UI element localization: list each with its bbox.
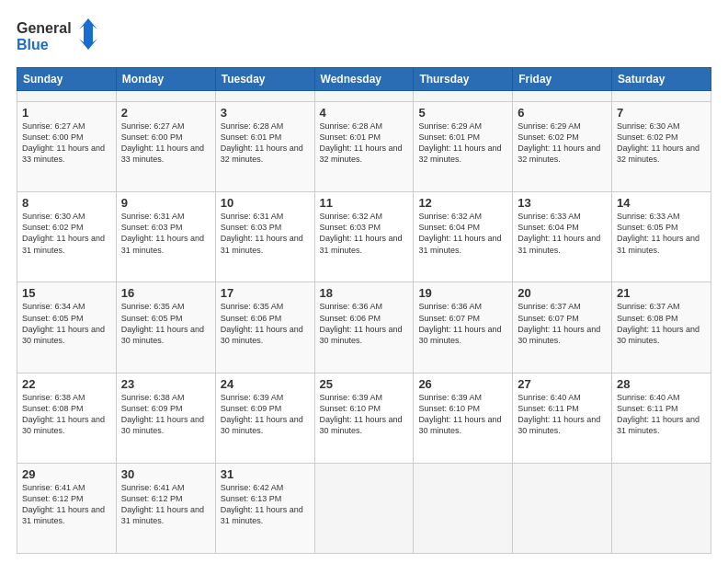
calendar-header-row: Sunday Monday Tuesday Wednesday Thursday… — [17, 68, 711, 91]
table-row: 26 Sunrise: 6:39 AMSunset: 6:10 PMDaylig… — [414, 373, 513, 463]
table-row: 21 Sunrise: 6:37 AMSunset: 6:08 PMDaylig… — [612, 282, 711, 373]
table-row: 3 Sunrise: 6:28 AMSunset: 6:01 PMDayligh… — [215, 102, 314, 192]
table-row: 6 Sunrise: 6:29 AMSunset: 6:02 PMDayligh… — [513, 102, 612, 192]
day-info: Sunrise: 6:27 AMSunset: 6:00 PMDaylight:… — [22, 121, 105, 164]
table-row: 24 Sunrise: 6:39 AMSunset: 6:09 PMDaylig… — [215, 373, 314, 463]
table-row: 12 Sunrise: 6:32 AMSunset: 6:04 PMDaylig… — [414, 192, 513, 282]
day-info: Sunrise: 6:30 AMSunset: 6:02 PMDaylight:… — [617, 121, 700, 164]
logo: General Blue — [17, 17, 99, 58]
table-row: 9 Sunrise: 6:31 AMSunset: 6:03 PMDayligh… — [116, 192, 215, 282]
calendar-week-row: 29 Sunrise: 6:41 AMSunset: 6:12 PMDaylig… — [17, 463, 711, 553]
col-thursday: Thursday — [414, 68, 513, 91]
col-monday: Monday — [116, 68, 215, 91]
col-sunday: Sunday — [17, 68, 117, 91]
day-info: Sunrise: 6:32 AMSunset: 6:03 PMDaylight:… — [320, 212, 403, 254]
day-number: 9 — [121, 196, 210, 210]
table-row: 29 Sunrise: 6:41 AMSunset: 6:12 PMDaylig… — [17, 463, 117, 553]
table-row: 31 Sunrise: 6:42 AMSunset: 6:13 PMDaylig… — [215, 463, 314, 553]
table-row: 1 Sunrise: 6:27 AMSunset: 6:00 PMDayligh… — [17, 102, 117, 192]
table-row: 2 Sunrise: 6:27 AMSunset: 6:00 PMDayligh… — [116, 102, 215, 192]
day-info: Sunrise: 6:28 AMSunset: 6:01 PMDaylight:… — [320, 121, 403, 164]
calendar-week-row: 22 Sunrise: 6:38 AMSunset: 6:08 PMDaylig… — [17, 373, 711, 463]
day-number: 26 — [418, 377, 507, 391]
table-row — [513, 463, 612, 553]
day-info: Sunrise: 6:32 AMSunset: 6:04 PMDaylight:… — [418, 212, 501, 254]
day-number: 11 — [320, 196, 409, 210]
day-info: Sunrise: 6:28 AMSunset: 6:01 PMDaylight:… — [221, 121, 303, 164]
table-row: 15 Sunrise: 6:34 AMSunset: 6:05 PMDaylig… — [17, 282, 117, 373]
day-info: Sunrise: 6:38 AMSunset: 6:09 PMDaylight:… — [121, 393, 204, 435]
day-info: Sunrise: 6:37 AMSunset: 6:07 PMDaylight:… — [518, 302, 600, 344]
day-number: 19 — [418, 286, 507, 300]
day-number: 27 — [518, 377, 607, 391]
day-number: 3 — [221, 106, 310, 120]
day-number: 22 — [22, 377, 111, 391]
day-info: Sunrise: 6:29 AMSunset: 6:01 PMDaylight:… — [418, 121, 501, 164]
col-tuesday: Tuesday — [215, 68, 314, 91]
day-info: Sunrise: 6:39 AMSunset: 6:09 PMDaylight:… — [221, 393, 303, 435]
table-row: 27 Sunrise: 6:40 AMSunset: 6:11 PMDaylig… — [513, 373, 612, 463]
table-row: 10 Sunrise: 6:31 AMSunset: 6:03 PMDaylig… — [215, 192, 314, 282]
day-info: Sunrise: 6:35 AMSunset: 6:06 PMDaylight:… — [221, 302, 303, 344]
day-info: Sunrise: 6:35 AMSunset: 6:05 PMDaylight:… — [121, 302, 204, 344]
day-number: 8 — [22, 196, 111, 210]
table-row — [612, 463, 711, 553]
day-info: Sunrise: 6:31 AMSunset: 6:03 PMDaylight:… — [121, 212, 204, 254]
day-number: 17 — [221, 286, 310, 300]
table-row: 7 Sunrise: 6:30 AMSunset: 6:02 PMDayligh… — [612, 102, 711, 192]
table-row: 19 Sunrise: 6:36 AMSunset: 6:07 PMDaylig… — [414, 282, 513, 373]
day-info: Sunrise: 6:41 AMSunset: 6:12 PMDaylight:… — [121, 483, 204, 525]
table-row: 20 Sunrise: 6:37 AMSunset: 6:07 PMDaylig… — [513, 282, 612, 373]
svg-text:Blue: Blue — [17, 37, 49, 52]
table-row — [612, 91, 711, 102]
day-number: 2 — [121, 106, 210, 120]
table-row — [314, 463, 414, 553]
day-number: 15 — [22, 286, 111, 300]
day-number: 18 — [320, 286, 409, 300]
day-info: Sunrise: 6:39 AMSunset: 6:10 PMDaylight:… — [320, 393, 403, 435]
day-info: Sunrise: 6:38 AMSunset: 6:08 PMDaylight:… — [22, 393, 105, 435]
table-row: 22 Sunrise: 6:38 AMSunset: 6:08 PMDaylig… — [17, 373, 117, 463]
day-number: 28 — [617, 377, 706, 391]
svg-text:General: General — [17, 20, 72, 36]
table-row — [17, 91, 117, 102]
day-number: 31 — [221, 467, 310, 481]
table-row — [314, 91, 414, 102]
table-row: 4 Sunrise: 6:28 AMSunset: 6:01 PMDayligh… — [314, 102, 414, 192]
col-saturday: Saturday — [612, 68, 711, 91]
day-info: Sunrise: 6:34 AMSunset: 6:05 PMDaylight:… — [22, 302, 105, 344]
calendar-week-row: 15 Sunrise: 6:34 AMSunset: 6:05 PMDaylig… — [17, 282, 711, 373]
table-row: 8 Sunrise: 6:30 AMSunset: 6:02 PMDayligh… — [17, 192, 117, 282]
day-info: Sunrise: 6:42 AMSunset: 6:13 PMDaylight:… — [221, 483, 303, 525]
logo-svg: General Blue — [17, 17, 99, 58]
table-row: 16 Sunrise: 6:35 AMSunset: 6:05 PMDaylig… — [116, 282, 215, 373]
table-row: 17 Sunrise: 6:35 AMSunset: 6:06 PMDaylig… — [215, 282, 314, 373]
svg-marker-2 — [79, 18, 97, 50]
day-info: Sunrise: 6:37 AMSunset: 6:08 PMDaylight:… — [617, 302, 700, 344]
day-number: 7 — [617, 106, 706, 120]
day-number: 1 — [22, 106, 111, 120]
day-number: 4 — [320, 106, 409, 120]
day-info: Sunrise: 6:31 AMSunset: 6:03 PMDaylight:… — [221, 212, 303, 254]
day-number: 23 — [121, 377, 210, 391]
table-row: 11 Sunrise: 6:32 AMSunset: 6:03 PMDaylig… — [314, 192, 414, 282]
table-row: 28 Sunrise: 6:40 AMSunset: 6:11 PMDaylig… — [612, 373, 711, 463]
table-row — [414, 463, 513, 553]
calendar-table: Sunday Monday Tuesday Wednesday Thursday… — [17, 67, 711, 554]
table-row: 30 Sunrise: 6:41 AMSunset: 6:12 PMDaylig… — [116, 463, 215, 553]
calendar-week-row: 8 Sunrise: 6:30 AMSunset: 6:02 PMDayligh… — [17, 192, 711, 282]
col-friday: Friday — [513, 68, 612, 91]
day-number: 30 — [121, 467, 210, 481]
day-info: Sunrise: 6:40 AMSunset: 6:11 PMDaylight:… — [617, 393, 700, 435]
table-row: 14 Sunrise: 6:33 AMSunset: 6:05 PMDaylig… — [612, 192, 711, 282]
calendar-week-row — [17, 91, 711, 102]
day-number: 25 — [320, 377, 409, 391]
page: General Blue Sunday Monday Tuesday Wedne… — [0, 0, 728, 563]
day-number: 24 — [221, 377, 310, 391]
table-row — [215, 91, 314, 102]
day-info: Sunrise: 6:41 AMSunset: 6:12 PMDaylight:… — [22, 483, 105, 525]
day-info: Sunrise: 6:36 AMSunset: 6:06 PMDaylight:… — [320, 302, 403, 344]
table-row: 18 Sunrise: 6:36 AMSunset: 6:06 PMDaylig… — [314, 282, 414, 373]
day-number: 14 — [617, 196, 706, 210]
table-row — [116, 91, 215, 102]
